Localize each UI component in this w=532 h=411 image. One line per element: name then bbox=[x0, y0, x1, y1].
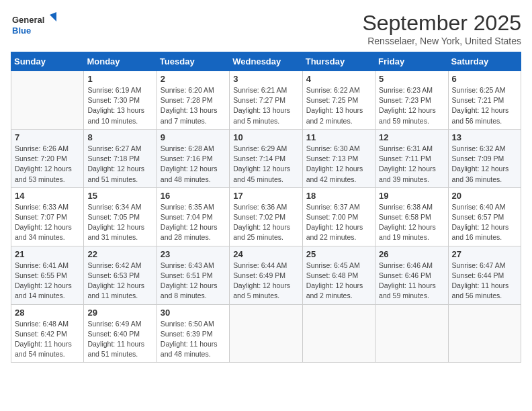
day-number: 4 bbox=[306, 74, 371, 84]
logo: General Blue bbox=[11, 11, 58, 40]
subtitle: Rensselaer, New York, United States bbox=[362, 36, 521, 46]
day-info: Sunrise: 6:31 AMSunset: 7:11 PMDaylight:… bbox=[379, 144, 444, 185]
calendar-cell: 24Sunrise: 6:44 AMSunset: 6:49 PMDayligh… bbox=[230, 246, 302, 304]
calendar-cell: 30Sunrise: 6:50 AMSunset: 6:39 PMDayligh… bbox=[157, 304, 229, 363]
header: General Blue September 2025 Rensselaer, … bbox=[11, 11, 521, 46]
day-number: 25 bbox=[306, 249, 371, 259]
day-number: 11 bbox=[306, 132, 371, 142]
day-info: Sunrise: 6:21 AMSunset: 7:27 PMDaylight:… bbox=[233, 85, 298, 126]
day-info: Sunrise: 6:22 AMSunset: 7:25 PMDaylight:… bbox=[306, 85, 371, 126]
calendar-cell: 17Sunrise: 6:36 AMSunset: 7:02 PMDayligh… bbox=[230, 187, 302, 246]
svg-text:Blue: Blue bbox=[12, 26, 31, 36]
day-number: 28 bbox=[15, 308, 80, 318]
weekday-header-friday: Friday bbox=[375, 52, 448, 71]
logo-svg: General Blue bbox=[11, 11, 58, 40]
day-info: Sunrise: 6:32 AMSunset: 7:09 PMDaylight:… bbox=[452, 144, 517, 185]
day-info: Sunrise: 6:49 AMSunset: 6:40 PMDaylight:… bbox=[87, 319, 152, 360]
calendar-cell: 9Sunrise: 6:28 AMSunset: 7:16 PMDaylight… bbox=[157, 129, 229, 187]
calendar-table: SundayMondayTuesdayWednesdayThursdayFrid… bbox=[11, 52, 521, 363]
calendar-cell: 14Sunrise: 6:33 AMSunset: 7:07 PMDayligh… bbox=[11, 187, 84, 246]
day-number: 13 bbox=[452, 132, 517, 142]
day-number: 14 bbox=[15, 191, 80, 201]
day-info: Sunrise: 6:44 AMSunset: 6:49 PMDaylight:… bbox=[233, 261, 298, 302]
day-info: Sunrise: 6:38 AMSunset: 6:58 PMDaylight:… bbox=[379, 202, 444, 243]
day-info: Sunrise: 6:33 AMSunset: 7:07 PMDaylight:… bbox=[15, 202, 80, 243]
day-number: 17 bbox=[233, 191, 298, 201]
day-info: Sunrise: 6:20 AMSunset: 7:28 PMDaylight:… bbox=[161, 85, 226, 126]
calendar-cell: 7Sunrise: 6:26 AMSunset: 7:20 PMDaylight… bbox=[11, 129, 84, 187]
day-number: 8 bbox=[87, 132, 152, 142]
day-number: 18 bbox=[306, 191, 371, 201]
day-number: 6 bbox=[452, 74, 517, 84]
weekday-header-tuesday: Tuesday bbox=[157, 52, 229, 71]
day-number: 3 bbox=[233, 74, 298, 84]
calendar-cell: 3Sunrise: 6:21 AMSunset: 7:27 PMDaylight… bbox=[230, 71, 302, 130]
calendar-cell: 22Sunrise: 6:42 AMSunset: 6:53 PMDayligh… bbox=[84, 246, 157, 304]
calendar-cell: 1Sunrise: 6:19 AMSunset: 7:30 PMDaylight… bbox=[84, 71, 157, 130]
day-info: Sunrise: 6:42 AMSunset: 6:53 PMDaylight:… bbox=[87, 261, 152, 302]
calendar-cell: 12Sunrise: 6:31 AMSunset: 7:11 PMDayligh… bbox=[375, 129, 448, 187]
calendar-cell: 19Sunrise: 6:38 AMSunset: 6:58 PMDayligh… bbox=[375, 187, 448, 246]
calendar-cell: 26Sunrise: 6:46 AMSunset: 6:46 PMDayligh… bbox=[375, 246, 448, 304]
day-number: 24 bbox=[233, 249, 298, 259]
day-number: 21 bbox=[15, 249, 80, 259]
calendar-cell: 11Sunrise: 6:30 AMSunset: 7:13 PMDayligh… bbox=[302, 129, 375, 187]
calendar-cell: 29Sunrise: 6:49 AMSunset: 6:40 PMDayligh… bbox=[84, 304, 157, 363]
calendar-cell: 6Sunrise: 6:25 AMSunset: 7:21 PMDaylight… bbox=[448, 71, 521, 130]
day-number: 7 bbox=[15, 132, 80, 142]
day-info: Sunrise: 6:23 AMSunset: 7:23 PMDaylight:… bbox=[379, 85, 444, 126]
title-area: September 2025 Rensselaer, New York, Uni… bbox=[362, 11, 521, 46]
day-number: 22 bbox=[87, 249, 152, 259]
day-info: Sunrise: 6:41 AMSunset: 6:55 PMDaylight:… bbox=[15, 261, 80, 302]
weekday-header-monday: Monday bbox=[84, 52, 157, 71]
day-info: Sunrise: 6:37 AMSunset: 7:00 PMDaylight:… bbox=[306, 202, 371, 243]
calendar-week-row: 14Sunrise: 6:33 AMSunset: 7:07 PMDayligh… bbox=[11, 187, 521, 246]
calendar-week-row: 1Sunrise: 6:19 AMSunset: 7:30 PMDaylight… bbox=[11, 71, 521, 130]
calendar-cell: 23Sunrise: 6:43 AMSunset: 6:51 PMDayligh… bbox=[157, 246, 229, 304]
day-info: Sunrise: 6:34 AMSunset: 7:05 PMDaylight:… bbox=[87, 202, 152, 243]
calendar-week-row: 28Sunrise: 6:48 AMSunset: 6:42 PMDayligh… bbox=[11, 304, 521, 363]
day-number: 10 bbox=[233, 132, 298, 142]
calendar-cell: 20Sunrise: 6:40 AMSunset: 6:57 PMDayligh… bbox=[448, 187, 521, 246]
day-info: Sunrise: 6:30 AMSunset: 7:13 PMDaylight:… bbox=[306, 144, 371, 185]
calendar-cell: 4Sunrise: 6:22 AMSunset: 7:25 PMDaylight… bbox=[302, 71, 375, 130]
svg-marker-2 bbox=[50, 12, 56, 21]
weekday-header-thursday: Thursday bbox=[302, 52, 375, 71]
day-info: Sunrise: 6:29 AMSunset: 7:14 PMDaylight:… bbox=[233, 144, 298, 185]
calendar-cell: 16Sunrise: 6:35 AMSunset: 7:04 PMDayligh… bbox=[157, 187, 229, 246]
day-number: 12 bbox=[379, 132, 444, 142]
calendar-cell bbox=[11, 71, 84, 130]
calendar-cell: 8Sunrise: 6:27 AMSunset: 7:18 PMDaylight… bbox=[84, 129, 157, 187]
day-info: Sunrise: 6:28 AMSunset: 7:16 PMDaylight:… bbox=[161, 144, 226, 185]
day-number: 26 bbox=[379, 249, 444, 259]
calendar-cell: 18Sunrise: 6:37 AMSunset: 7:00 PMDayligh… bbox=[302, 187, 375, 246]
calendar-cell: 15Sunrise: 6:34 AMSunset: 7:05 PMDayligh… bbox=[84, 187, 157, 246]
month-title: September 2025 bbox=[362, 11, 521, 36]
day-info: Sunrise: 6:36 AMSunset: 7:02 PMDaylight:… bbox=[233, 202, 298, 243]
day-info: Sunrise: 6:50 AMSunset: 6:39 PMDaylight:… bbox=[161, 319, 226, 360]
day-number: 16 bbox=[161, 191, 226, 201]
day-number: 15 bbox=[87, 191, 152, 201]
day-number: 19 bbox=[379, 191, 444, 201]
day-info: Sunrise: 6:27 AMSunset: 7:18 PMDaylight:… bbox=[87, 144, 152, 185]
weekday-header-row: SundayMondayTuesdayWednesdayThursdayFrid… bbox=[11, 52, 521, 71]
day-number: 2 bbox=[161, 74, 226, 84]
calendar-week-row: 7Sunrise: 6:26 AMSunset: 7:20 PMDaylight… bbox=[11, 129, 521, 187]
svg-text:General: General bbox=[12, 15, 44, 25]
calendar-week-row: 21Sunrise: 6:41 AMSunset: 6:55 PMDayligh… bbox=[11, 246, 521, 304]
day-info: Sunrise: 6:43 AMSunset: 6:51 PMDaylight:… bbox=[161, 261, 226, 302]
calendar-cell: 13Sunrise: 6:32 AMSunset: 7:09 PMDayligh… bbox=[448, 129, 521, 187]
calendar-cell bbox=[448, 304, 521, 363]
calendar-cell: 25Sunrise: 6:45 AMSunset: 6:48 PMDayligh… bbox=[302, 246, 375, 304]
calendar-cell bbox=[375, 304, 448, 363]
day-number: 1 bbox=[87, 74, 152, 84]
day-number: 23 bbox=[161, 249, 226, 259]
calendar-cell: 28Sunrise: 6:48 AMSunset: 6:42 PMDayligh… bbox=[11, 304, 84, 363]
calendar-cell: 21Sunrise: 6:41 AMSunset: 6:55 PMDayligh… bbox=[11, 246, 84, 304]
calendar-cell: 5Sunrise: 6:23 AMSunset: 7:23 PMDaylight… bbox=[375, 71, 448, 130]
weekday-header-saturday: Saturday bbox=[448, 52, 521, 71]
day-info: Sunrise: 6:26 AMSunset: 7:20 PMDaylight:… bbox=[15, 144, 80, 185]
weekday-header-sunday: Sunday bbox=[11, 52, 84, 71]
day-number: 20 bbox=[452, 191, 517, 201]
calendar-cell: 10Sunrise: 6:29 AMSunset: 7:14 PMDayligh… bbox=[230, 129, 302, 187]
